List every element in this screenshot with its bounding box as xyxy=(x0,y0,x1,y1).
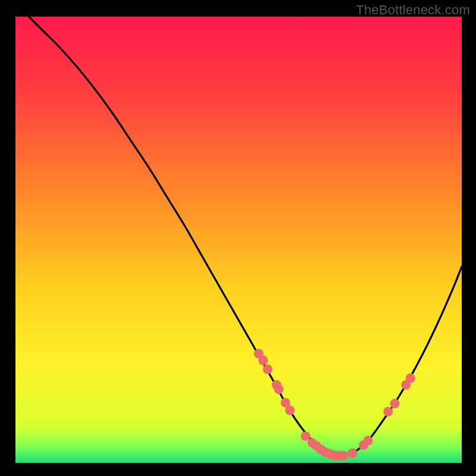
marker-point xyxy=(406,374,415,383)
marker-point xyxy=(263,365,273,374)
marker-point xyxy=(258,356,268,365)
marker-point xyxy=(339,451,348,461)
marker-point xyxy=(390,399,400,408)
chart-stage: TheBottleneck.com xyxy=(0,0,476,476)
marker-point xyxy=(274,384,284,394)
marker-point xyxy=(383,407,393,416)
watermark-text: TheBottleneck.com xyxy=(356,2,470,18)
marker-point xyxy=(285,406,295,415)
bottleneck-chart xyxy=(0,0,476,476)
plot-background xyxy=(15,17,462,463)
marker-point xyxy=(347,449,357,458)
marker-point xyxy=(364,436,373,446)
